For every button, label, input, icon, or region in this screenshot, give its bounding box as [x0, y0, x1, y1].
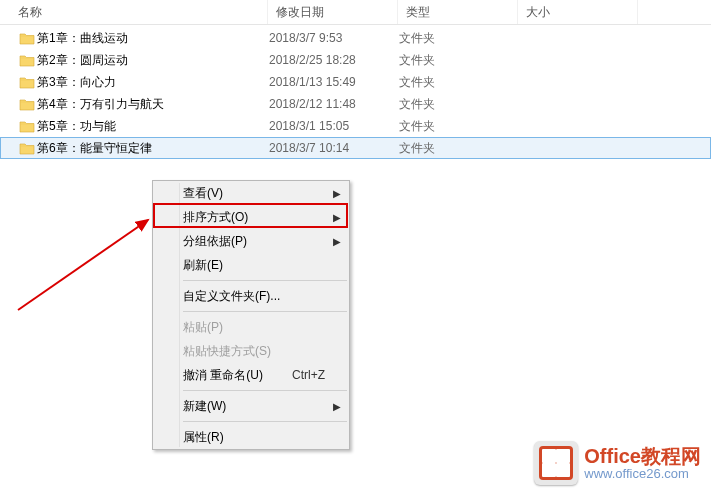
submenu-arrow-icon: ▶: [333, 188, 341, 199]
watermark: Office教程网 www.office26.com: [534, 441, 701, 485]
column-header-name[interactable]: 名称: [0, 0, 268, 24]
folder-icon: [19, 142, 37, 155]
menu-separator: [183, 311, 347, 312]
file-name: 第4章：万有引力与航天: [37, 96, 269, 113]
menu-separator: [183, 280, 347, 281]
file-name: 第1章：曲线运动: [37, 30, 269, 47]
menu-separator: [183, 390, 347, 391]
file-name: 第2章：圆周运动: [37, 52, 269, 69]
file-type: 文件夹: [399, 96, 519, 113]
submenu-arrow-icon: ▶: [333, 212, 341, 223]
folder-icon: [19, 98, 37, 111]
menu-label: 粘贴(P): [183, 319, 223, 336]
menu-sort[interactable]: 排序方式(O)▶: [153, 205, 349, 229]
menu-label: 排序方式(O): [183, 209, 248, 226]
folder-icon: [19, 54, 37, 67]
column-header-row: 名称 修改日期 类型 大小: [0, 0, 711, 25]
file-type: 文件夹: [399, 52, 519, 69]
menu-label: 分组依据(P): [183, 233, 247, 250]
menu-new[interactable]: 新建(W)▶: [153, 394, 349, 418]
file-row[interactable]: 第3章：向心力2018/1/13 15:49文件夹: [0, 71, 711, 93]
file-type: 文件夹: [399, 74, 519, 91]
menu-shortcut: Ctrl+Z: [292, 368, 325, 382]
menu-paste: 粘贴(P): [153, 315, 349, 339]
menu-label: 查看(V): [183, 185, 223, 202]
file-name: 第6章：能量守恒定律: [37, 140, 269, 157]
file-date: 2018/3/7 10:14: [269, 141, 399, 155]
file-date: 2018/1/13 15:49: [269, 75, 399, 89]
column-header-type[interactable]: 类型: [398, 0, 518, 24]
file-row[interactable]: 第2章：圆周运动2018/2/25 18:28文件夹: [0, 49, 711, 71]
folder-icon: [19, 32, 37, 45]
annotation-arrow-icon: [8, 210, 168, 330]
menu-paste-shortcut: 粘贴快捷方式(S): [153, 339, 349, 363]
watermark-title: Office教程网: [584, 446, 701, 466]
svg-line-0: [18, 220, 148, 310]
file-date: 2018/3/7 9:53: [269, 31, 399, 45]
file-date: 2018/2/25 18:28: [269, 53, 399, 67]
menu-customize-folder[interactable]: 自定义文件夹(F)...: [153, 284, 349, 308]
file-row[interactable]: 第1章：曲线运动2018/3/7 9:53文件夹: [0, 27, 711, 49]
file-type: 文件夹: [399, 118, 519, 135]
menu-label: 新建(W): [183, 398, 226, 415]
file-date: 2018/2/12 11:48: [269, 97, 399, 111]
menu-separator: [183, 421, 347, 422]
menu-properties[interactable]: 属性(R): [153, 425, 349, 449]
submenu-arrow-icon: ▶: [333, 236, 341, 247]
submenu-arrow-icon: ▶: [333, 401, 341, 412]
file-list: 第1章：曲线运动2018/3/7 9:53文件夹第2章：圆周运动2018/2/2…: [0, 25, 711, 161]
file-name: 第3章：向心力: [37, 74, 269, 91]
menu-refresh[interactable]: 刷新(E): [153, 253, 349, 277]
file-date: 2018/3/1 15:05: [269, 119, 399, 133]
context-menu: 查看(V)▶ 排序方式(O)▶ 分组依据(P)▶ 刷新(E) 自定义文件夹(F)…: [152, 180, 350, 450]
column-header-date[interactable]: 修改日期: [268, 0, 398, 24]
file-type: 文件夹: [399, 140, 519, 157]
folder-icon: [19, 76, 37, 89]
watermark-logo-icon: [534, 441, 578, 485]
menu-view[interactable]: 查看(V)▶: [153, 181, 349, 205]
folder-icon: [19, 120, 37, 133]
menu-label: 自定义文件夹(F)...: [183, 288, 280, 305]
menu-label: 刷新(E): [183, 257, 223, 274]
file-row[interactable]: 第6章：能量守恒定律2018/3/7 10:14文件夹: [0, 137, 711, 159]
watermark-url: www.office26.com: [584, 466, 701, 481]
file-type: 文件夹: [399, 30, 519, 47]
file-row[interactable]: 第5章：功与能2018/3/1 15:05文件夹: [0, 115, 711, 137]
menu-group[interactable]: 分组依据(P)▶: [153, 229, 349, 253]
menu-undo-rename[interactable]: 撤消 重命名(U)Ctrl+Z: [153, 363, 349, 387]
menu-label: 属性(R): [183, 429, 224, 446]
menu-label: 撤消 重命名(U): [183, 367, 263, 384]
menu-label: 粘贴快捷方式(S): [183, 343, 271, 360]
file-row[interactable]: 第4章：万有引力与航天2018/2/12 11:48文件夹: [0, 93, 711, 115]
file-name: 第5章：功与能: [37, 118, 269, 135]
column-header-size[interactable]: 大小: [518, 0, 638, 24]
